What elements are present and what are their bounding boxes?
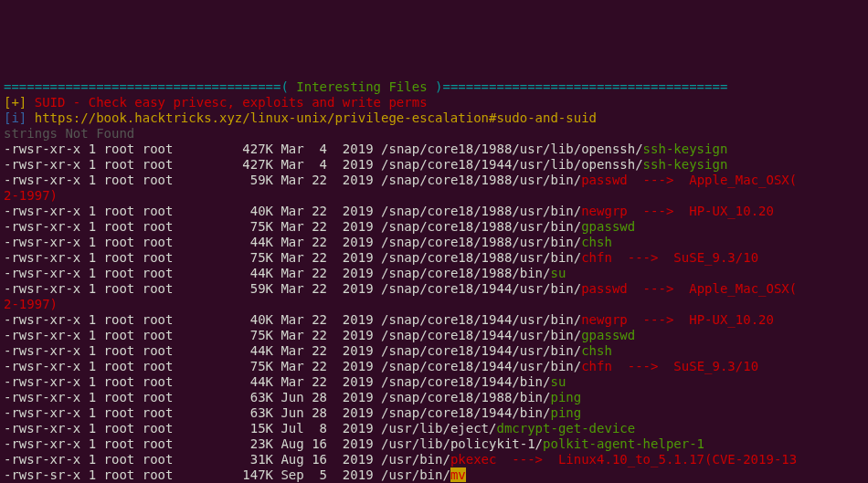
file-size: 44K (173, 235, 273, 249)
file-binary: chsh (581, 343, 612, 358)
file-date: Mar 22 2019 (273, 343, 381, 358)
file-binary: ssh-keysign (643, 157, 728, 172)
file-size: 44K (173, 343, 273, 358)
file-size: 63K (173, 390, 273, 404)
header-rule-right: )===================================== (428, 79, 728, 94)
file-date: Aug 16 2019 (273, 452, 381, 467)
file-binary: dmcrypt-get-device (496, 421, 635, 436)
exploit-note-wrap: 2-1997) (4, 297, 58, 311)
file-perms: -rwsr-xr-x 1 root root (4, 452, 173, 467)
file-perms: -rwsr-xr-x 1 root root (4, 421, 173, 436)
file-binary: mv (450, 467, 466, 482)
file-date: Mar 22 2019 (273, 312, 381, 327)
file-binary: ssh-keysign (643, 142, 728, 156)
file-size: 75K (173, 359, 273, 373)
file-perms: -rwsr-xr-x 1 root root (4, 142, 173, 156)
file-binary: su (550, 266, 566, 280)
header-title: Interesting Files (296, 79, 427, 94)
file-perms: -rwsr-xr-x 1 root root (4, 250, 173, 265)
file-listing: -rwsr-xr-x 1 root root 427K Mar 4 2019 /… (4, 142, 797, 483)
file-date: Mar 22 2019 (273, 173, 381, 187)
header-rule-left: ====================================( (4, 79, 296, 94)
file-date: Mar 22 2019 (273, 250, 381, 265)
file-path: /usr/bin/ (381, 452, 450, 467)
file-size: 59K (173, 173, 273, 187)
file-date: Sep 5 2019 (273, 467, 381, 482)
file-size: 59K (173, 281, 273, 296)
exploit-arrow: ---> (628, 281, 689, 296)
file-date: Mar 22 2019 (273, 266, 381, 280)
file-path: /snap/core18/1944/usr/bin/ (381, 312, 581, 327)
file-path: /snap/core18/1944/usr/bin/ (381, 281, 581, 296)
file-binary: ping (550, 390, 581, 404)
file-size: 427K (173, 142, 273, 156)
terminal-output: ====================================( In… (0, 78, 868, 483)
file-date: Mar 4 2019 (273, 142, 381, 156)
file-size: 15K (173, 421, 273, 436)
file-size: 31K (173, 452, 273, 467)
file-date: Mar 4 2019 (273, 157, 381, 172)
exploit-note-wrap: 2-1997) (4, 188, 58, 203)
file-path: /snap/core18/1944/bin/ (381, 405, 550, 420)
file-binary: passwd (581, 281, 628, 296)
file-perms: -rwsr-xr-x 1 root root (4, 266, 173, 280)
exploit-note: HP-UX_10.20 (689, 312, 774, 327)
file-date: Jun 28 2019 (273, 405, 381, 420)
exploit-arrow: ---> (612, 359, 673, 373)
file-path: /snap/core18/1988/usr/bin/ (381, 250, 581, 265)
file-date: Jul 8 2019 (273, 421, 381, 436)
info-marker: [i] (4, 110, 35, 125)
file-binary: gpasswd (581, 219, 635, 234)
file-perms: -rwsr-xr-x 1 root root (4, 436, 173, 451)
exploit-note: Apple_Mac_OSX( (689, 173, 797, 187)
file-perms: -rwsr-xr-x 1 root root (4, 281, 173, 296)
file-path: /snap/core18/1944/usr/bin/ (381, 328, 581, 342)
file-path: /snap/core18/1944/usr/bin/ (381, 359, 581, 373)
exploit-arrow: ---> (628, 204, 689, 218)
file-path: /snap/core18/1988/usr/lib/openssh/ (381, 142, 643, 156)
exploit-arrow: ---> (496, 452, 557, 467)
file-binary: ping (550, 405, 581, 420)
file-binary: chfn (581, 359, 612, 373)
file-path: /snap/core18/1944/usr/lib/openssh/ (381, 157, 643, 172)
file-binary: newgrp (581, 204, 628, 218)
file-path: /snap/core18/1988/usr/bin/ (381, 173, 581, 187)
file-date: Aug 16 2019 (273, 436, 381, 451)
file-date: Mar 22 2019 (273, 204, 381, 218)
file-path: /snap/core18/1988/bin/ (381, 266, 550, 280)
file-path: /snap/core18/1988/bin/ (381, 390, 550, 404)
file-date: Mar 22 2019 (273, 328, 381, 342)
file-path: /snap/core18/1988/usr/bin/ (381, 219, 581, 234)
file-binary: chfn (581, 250, 612, 265)
reference-url: https://book.hacktricks.xyz/linux-unix/p… (35, 110, 597, 125)
file-size: 75K (173, 250, 273, 265)
file-size: 23K (173, 436, 273, 451)
file-date: Mar 22 2019 (273, 374, 381, 389)
file-size: 44K (173, 266, 273, 280)
file-perms: -rwsr-xr-x 1 root root (4, 374, 173, 389)
file-perms: -rwsr-xr-x 1 root root (4, 405, 173, 420)
exploit-note: SuSE_9.3/10 (673, 359, 758, 373)
file-size: 40K (173, 204, 273, 218)
file-perms: -rwsr-xr-x 1 root root (4, 173, 173, 187)
file-binary: su (550, 374, 566, 389)
exploit-note: HP-UX_10.20 (689, 204, 774, 218)
file-perms: -rwsr-xr-x 1 root root (4, 343, 173, 358)
file-perms: -rwsr-xr-x 1 root root (4, 359, 173, 373)
exploit-note: Apple_Mac_OSX( (689, 281, 797, 296)
exploit-note: Linux4.10_to_5.1.17(CVE-2019-13 (558, 452, 797, 467)
suid-heading: SUID - Check easy privesc, exploits and … (35, 95, 428, 110)
file-perms: -rwsr-xr-x 1 root root (4, 312, 173, 327)
file-perms: -rwsr-xr-x 1 root root (4, 328, 173, 342)
file-date: Mar 22 2019 (273, 281, 381, 296)
file-perms: -rwsr-xr-x 1 root root (4, 235, 173, 249)
file-path: /usr/lib/eject/ (381, 421, 496, 436)
file-size: 40K (173, 312, 273, 327)
file-path: /snap/core18/1988/usr/bin/ (381, 235, 581, 249)
file-binary: polkit-agent-helper-1 (543, 436, 704, 451)
file-perms: -rwsr-xr-x 1 root root (4, 219, 173, 234)
file-binary: gpasswd (581, 328, 635, 342)
plus-marker: [+] (4, 95, 35, 110)
file-date: Mar 22 2019 (273, 235, 381, 249)
file-perms: -rwsr-xr-x 1 root root (4, 157, 173, 172)
